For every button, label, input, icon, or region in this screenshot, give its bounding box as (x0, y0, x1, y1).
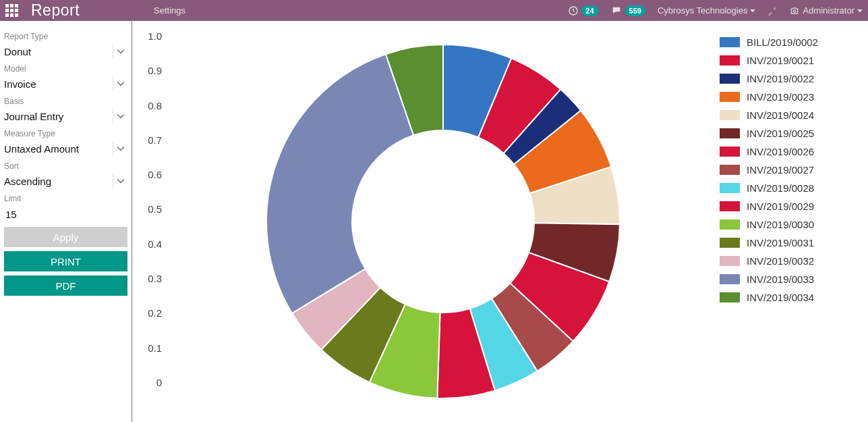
chart-area: 1.00.90.80.70.60.50.40.30.20.10 BILL/201… (132, 21, 868, 422)
company-switcher[interactable]: Cybrosys Technologies (658, 5, 755, 16)
clock-icon (568, 5, 579, 16)
legend-label: INV/2019/0028 (747, 182, 814, 194)
legend-item[interactable]: INV/2019/0028 (720, 179, 861, 197)
sort-value[interactable]: Ascending (4, 174, 113, 188)
limit-label: Limit (4, 194, 127, 203)
apps-icon[interactable] (5, 4, 19, 18)
legend-item[interactable]: BILL/2019/0002 (720, 33, 861, 51)
legend-label: INV/2019/0027 (747, 164, 814, 176)
legend-item[interactable]: INV/2019/0027 (720, 161, 861, 179)
legend-swatch (720, 147, 740, 157)
legend-label: INV/2019/0030 (747, 219, 814, 230)
debug-icon[interactable] (768, 6, 777, 16)
legend-label: INV/2019/0033 (747, 273, 814, 285)
chart-legend: BILL/2019/0002INV/2019/0021INV/2019/0022… (720, 21, 868, 422)
legend-item[interactable]: INV/2019/0021 (720, 51, 861, 70)
legend-swatch (720, 292, 740, 302)
pdf-button[interactable]: PDF (4, 275, 127, 296)
model-label: Model (4, 64, 127, 74)
legend-swatch (720, 165, 740, 175)
legend-swatch (720, 92, 740, 102)
print-button[interactable]: PRINT (4, 251, 127, 271)
model-value[interactable]: Invoice (4, 77, 113, 91)
apply-button[interactable]: Apply (4, 227, 127, 247)
axis-tick: 0.3 (148, 273, 162, 284)
chevron-down-icon (117, 112, 125, 120)
legend-swatch (720, 256, 740, 266)
chevron-down-icon (117, 80, 125, 88)
discuss-indicator[interactable]: 559 (610, 5, 645, 16)
legend-swatch (720, 238, 740, 248)
legend-swatch (720, 183, 740, 193)
axis-tick: 0.5 (148, 203, 162, 215)
legend-label: INV/2019/0031 (747, 237, 814, 248)
top-navbar: Report Settings 24 559 Cybrosys Technolo… (0, 0, 868, 21)
legend-item[interactable]: INV/2019/0026 (720, 142, 861, 161)
legend-label: INV/2019/0023 (747, 91, 814, 103)
legend-item[interactable]: INV/2019/0022 (720, 70, 861, 88)
legend-item[interactable]: INV/2019/0034 (720, 288, 861, 307)
axis-tick: 0.9 (148, 65, 162, 76)
report-type-label: Report Type (4, 32, 127, 41)
axis-tick: 0.6 (148, 169, 162, 180)
legend-label: INV/2019/0032 (747, 255, 814, 267)
legend-swatch (720, 74, 740, 84)
y-axis: 1.00.90.80.70.60.50.40.30.20.10 (132, 21, 166, 422)
donut-chart (264, 43, 622, 400)
planner-count: 24 (581, 5, 598, 16)
user-menu[interactable]: Administrator (789, 5, 863, 16)
legend-label: INV/2019/0025 (747, 128, 814, 139)
legend-label: INV/2019/0021 (747, 55, 814, 66)
axis-tick: 0.4 (148, 238, 162, 250)
basis-label: Basis (4, 97, 127, 106)
legend-label: BILL/2019/0002 (747, 36, 818, 48)
caret-down-icon (857, 9, 863, 12)
legend-swatch (720, 110, 740, 120)
legend-label: INV/2019/0034 (747, 292, 814, 303)
app-title: Report (31, 1, 80, 20)
report-type-dropdown[interactable] (113, 44, 127, 59)
donut-slice[interactable] (266, 54, 413, 313)
legend-item[interactable]: INV/2019/0029 (720, 197, 861, 215)
basis-value[interactable]: Journal Entry (4, 109, 113, 124)
legend-swatch (720, 128, 740, 138)
legend-item[interactable]: INV/2019/0023 (720, 88, 861, 106)
discuss-count: 559 (625, 5, 645, 16)
legend-label: INV/2019/0029 (747, 201, 814, 212)
report-type-value[interactable]: Donut (4, 45, 113, 59)
nav-settings[interactable]: Settings (154, 5, 185, 16)
legend-item[interactable]: INV/2019/0031 (720, 234, 861, 252)
legend-swatch (720, 37, 740, 47)
legend-item[interactable]: INV/2019/0025 (720, 124, 861, 142)
legend-label: INV/2019/0026 (747, 146, 814, 157)
axis-tick: 0.1 (148, 342, 162, 354)
legend-item[interactable]: INV/2019/0024 (720, 106, 861, 124)
measure-type-value[interactable]: Untaxed Amount (4, 142, 113, 156)
sort-label: Sort (4, 161, 127, 171)
legend-item[interactable]: INV/2019/0030 (720, 215, 861, 234)
chevron-down-icon (117, 144, 125, 153)
sidebar-panel: Report Type Donut Model Invoice Basis Jo… (0, 21, 132, 422)
legend-label: INV/2019/0022 (747, 73, 814, 84)
basis-dropdown[interactable] (113, 109, 127, 124)
caret-down-icon (750, 9, 755, 12)
axis-tick: 1.0 (148, 30, 162, 42)
legend-item[interactable]: INV/2019/0033 (720, 270, 861, 288)
legend-label: INV/2019/0024 (747, 109, 814, 121)
legend-swatch (720, 274, 740, 284)
axis-tick: 0.2 (148, 307, 162, 319)
legend-swatch (720, 55, 740, 65)
sort-dropdown[interactable] (113, 174, 127, 188)
axis-tick: 0.8 (148, 100, 162, 111)
chat-icon (610, 5, 623, 16)
svg-point-1 (794, 9, 797, 11)
measure-type-label: Measure Type (4, 129, 127, 138)
limit-input[interactable] (4, 206, 127, 223)
chevron-down-icon (117, 47, 125, 55)
axis-tick: 0 (156, 377, 162, 388)
model-dropdown[interactable] (113, 76, 127, 91)
legend-item[interactable]: INV/2019/0032 (720, 252, 861, 270)
planner-indicator[interactable]: 24 (568, 5, 598, 16)
measure-type-dropdown[interactable] (113, 141, 127, 156)
legend-swatch (720, 219, 740, 230)
